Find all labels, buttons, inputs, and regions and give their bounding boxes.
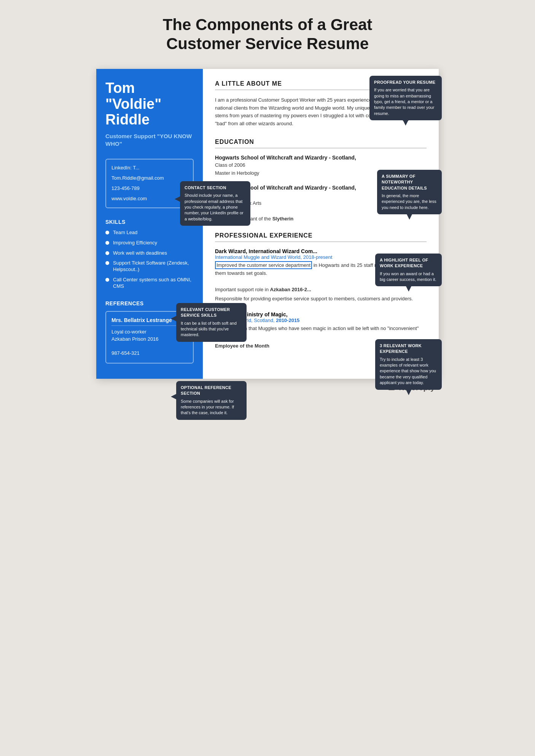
exp-desc-2: Important support role in Azkaban 2016-2…	[215, 286, 427, 294]
tooltip-reference-text: Some companies will ask for references i…	[181, 399, 242, 416]
tooltip-reference-title: OPTIONAL REFERENCE SECTION	[181, 385, 242, 397]
exp-company-3: Wizarding World, Scotland, 2010-2015	[215, 317, 427, 323]
skill-bullet	[105, 231, 109, 234]
skills-section: SKILLS Team Lead Improving Efficiency Wo…	[105, 219, 194, 290]
page-title: The Components of a Great Customer Servi…	[163, 15, 373, 54]
skill-bullet	[105, 261, 109, 265]
skill-item: Call Center systems such as OMNI, CMS	[105, 277, 194, 290]
tooltip-contact-title: CONTACT SECTION	[185, 185, 246, 191]
skill-bullet	[105, 241, 109, 245]
tooltip-work-title: 3 RELEVANT WORK EXPERIENCE	[380, 343, 437, 355]
tooltip-highlight-text: If you won an award or had a big career …	[380, 271, 437, 283]
skill-item: Team Lead	[105, 230, 194, 236]
edu-school-1: Hogwarts School of Witchcraft and Wizard…	[215, 155, 427, 161]
exp-entry-2: Important support role in Azkaban 2016-2…	[215, 286, 427, 303]
experience-title: PROFESSIONAL EXPERIENCE	[215, 232, 427, 242]
exp-title-3: Obliviator, Ministry of Magic,	[215, 311, 427, 317]
contact-email: Tom.Riddle@gmail.com	[111, 175, 188, 182]
tooltip-proofread-text: If you are worried that you are going to…	[374, 87, 437, 116]
skill-item: Work well with deadlines	[105, 250, 194, 257]
candidate-title: Customer Support "YOU KNOW WHO"	[105, 132, 194, 147]
contact-phone: 123-456-789	[111, 185, 188, 192]
exp-desc-3: Making certain that Muggles who have see…	[215, 325, 427, 341]
tooltip-work: 3 RELEVANT WORK EXPERIENCE Try to includ…	[375, 339, 442, 390]
skill-bullet	[105, 278, 109, 282]
tooltip-contact-text: Should include your name, a professional…	[185, 193, 246, 222]
tooltip-education-text: In general, the more experienced you are…	[382, 193, 437, 211]
tooltip-contact: CONTACT SECTION Should include your name…	[180, 181, 250, 226]
tooltip-reference: OPTIONAL REFERENCE SECTION Some companie…	[176, 381, 247, 420]
tooltip-highlight: A HIGHLIGHT REEL OF WORK EXPERIENCE If y…	[375, 254, 442, 287]
exp-highlight-text: Improved the customer service department	[215, 261, 312, 269]
candidate-name: Tom"Voldie"Riddle	[105, 80, 194, 128]
tooltip-proofread: PROOFREAD YOUR RESUME If you are worried…	[369, 76, 442, 120]
skill-item: Improving Efficiency	[105, 240, 194, 246]
tooltip-highlight-title: A HIGHLIGHT REEL OF WORK EXPERIENCE	[380, 257, 437, 269]
experience-section: PROFESSIONAL EXPERIENCE Dark Wizard, Int…	[215, 232, 427, 350]
tooltip-skills-title: RELEVANT CUSTOMER SERVICE SKILLS	[181, 307, 242, 319]
education-title: EDUCATION	[215, 139, 427, 148]
tooltip-work-text: Try to include at least 3 examples of re…	[380, 357, 437, 386]
tooltip-skills: RELEVANT CUSTOMER SERVICE SKILLS It can …	[176, 303, 247, 342]
contact-linkedin: LinkedIn: T...	[111, 165, 188, 171]
tooltip-proofread-title: PROOFREAD YOUR RESUME	[374, 80, 437, 85]
exp-desc-2b: Responsible for providing expertise serv…	[215, 295, 427, 303]
skill-item: Support Ticket Software (Zendesk, Helpsc…	[105, 260, 194, 273]
tooltip-education-title: A SUMMARY OF NOTEWORTHY EDUCATION DETAIL…	[382, 174, 437, 191]
reference-phone: 987-654-321	[111, 350, 188, 356]
tooltip-education: A SUMMARY OF NOTEWORTHY EDUCATION DETAIL…	[377, 170, 442, 214]
edu-class-1: Class of 2006	[215, 161, 427, 169]
skill-bullet	[105, 251, 109, 255]
tooltip-skills-text: It can be a list of both soft and techni…	[181, 321, 242, 338]
